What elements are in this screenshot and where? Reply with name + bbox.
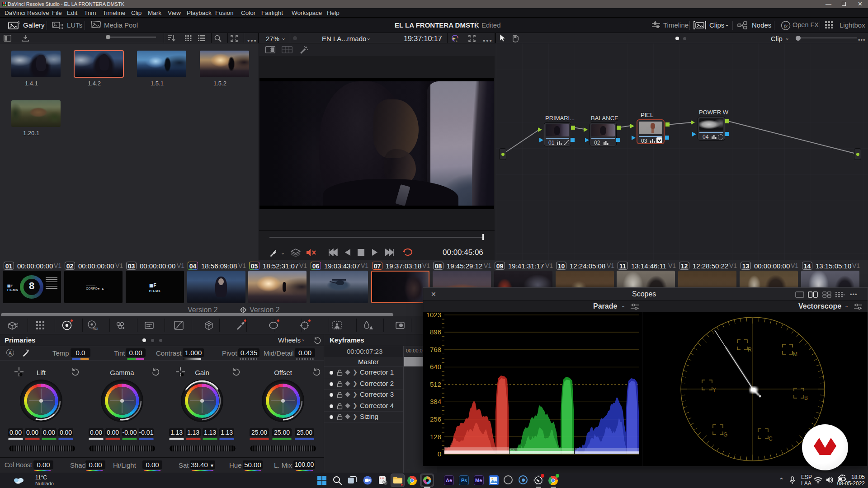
svg-text:512: 512 bbox=[430, 380, 441, 388]
svg-text:C: C bbox=[769, 436, 773, 442]
svg-text:G: G bbox=[723, 432, 727, 438]
svg-text:B: B bbox=[804, 395, 808, 401]
svg-text:M: M bbox=[793, 351, 797, 357]
svg-text:fx: fx bbox=[784, 23, 788, 28]
svg-text:384: 384 bbox=[430, 398, 441, 405]
svg-text:Y: Y bbox=[712, 387, 716, 393]
svg-text:128: 128 bbox=[430, 433, 441, 441]
svg-text:0: 0 bbox=[438, 450, 441, 458]
svg-text:768: 768 bbox=[430, 346, 441, 353]
svg-text:1023: 1023 bbox=[426, 312, 441, 319]
svg-text:256: 256 bbox=[430, 415, 441, 423]
svg-text:HDR: HDR bbox=[93, 327, 98, 330]
svg-text:R: R bbox=[748, 347, 752, 353]
svg-text:896: 896 bbox=[430, 328, 441, 336]
svg-text:640: 640 bbox=[430, 363, 441, 371]
